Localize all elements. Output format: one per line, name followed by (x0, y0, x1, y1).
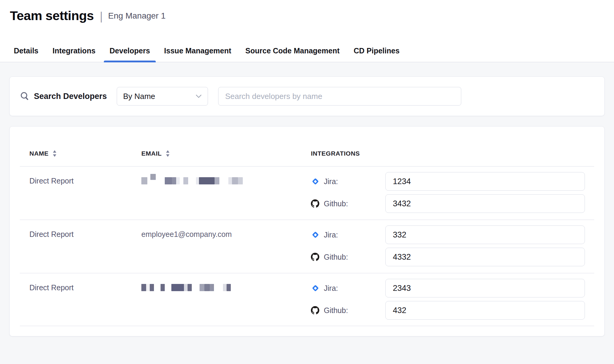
search-input[interactable] (218, 87, 461, 106)
github-id-input[interactable] (385, 248, 585, 266)
page-title: Team settings (10, 8, 94, 23)
jira-id-input[interactable] (385, 172, 585, 191)
developer-name: Direct Report (20, 273, 141, 326)
jira-icon (311, 177, 320, 186)
github-integration-line: Github: (311, 194, 594, 213)
github-label: Github: (324, 199, 385, 208)
jira-label: Jira: (324, 231, 385, 239)
github-label: Github: (324, 306, 385, 315)
title-row: Team settings | Eng Manager 1 (10, 8, 166, 23)
developers-table-card: NAME EMAIL (9, 126, 605, 336)
team-settings-page: Team settings | Eng Manager 1 Details In… (0, 0, 614, 364)
redacted-email-blocks (141, 176, 311, 185)
search-developers-card: Search Developers By Name (9, 76, 605, 116)
jira-integration-line: Jira: (311, 279, 594, 297)
redacted-email-blocks (141, 283, 311, 292)
jira-integration-line: Jira: (311, 225, 594, 244)
jira-integration-line: Jira: (311, 172, 594, 191)
developer-name: Direct Report (20, 220, 141, 273)
search-developers-label: Search Developers (34, 92, 107, 101)
developer-email-redacted (141, 273, 311, 326)
title-separator: | (100, 10, 103, 23)
column-header-email-label: EMAIL (141, 150, 162, 157)
integrations-cell: Jira: Github: (311, 273, 594, 326)
search-filter-select[interactable]: By Name (117, 87, 208, 106)
tab-source-code-management[interactable]: Source Code Management (245, 46, 340, 62)
column-header-name[interactable]: NAME (20, 150, 141, 166)
github-icon (311, 306, 320, 315)
jira-id-input[interactable] (385, 279, 585, 297)
github-id-input[interactable] (385, 301, 585, 320)
sort-icon (166, 150, 170, 157)
developer-name: Direct Report (20, 167, 141, 219)
jira-icon (311, 230, 320, 239)
jira-icon (311, 284, 320, 293)
column-header-integrations-label: INTEGRATIONS (311, 150, 360, 157)
github-icon (311, 252, 320, 261)
jira-label: Jira: (324, 177, 385, 186)
column-header-integrations: INTEGRATIONS (311, 150, 594, 166)
jira-id-input[interactable] (385, 225, 585, 244)
search-filter-selected-value: By Name (123, 92, 196, 101)
tab-integrations[interactable]: Integrations (53, 46, 95, 62)
integrations-cell: Jira: Github: (311, 167, 594, 219)
github-id-input[interactable] (385, 194, 585, 213)
chevron-down-icon (196, 94, 202, 98)
sort-icon (53, 150, 57, 157)
tab-issue-management[interactable]: Issue Management (164, 46, 231, 62)
developer-email: employee1@company.com (141, 220, 311, 273)
github-integration-line: Github: (311, 301, 594, 320)
table-row: Direct Report employee1@company.com Jira… (20, 219, 594, 273)
developers-table: NAME EMAIL (20, 127, 594, 326)
github-icon (311, 199, 320, 208)
tab-bar: Details Integrations Developers Issue Ma… (14, 46, 399, 62)
jira-label: Jira: (324, 284, 385, 293)
column-header-email[interactable]: EMAIL (141, 150, 311, 166)
developer-email-redacted (141, 167, 311, 219)
table-header-row: NAME EMAIL (20, 127, 594, 166)
search-icon (20, 91, 29, 101)
github-integration-line: Github: (311, 248, 594, 266)
tab-developers[interactable]: Developers (110, 46, 150, 62)
top-bar: Team settings | Eng Manager 1 Details In… (0, 0, 614, 62)
tab-details[interactable]: Details (14, 46, 38, 62)
tab-cd-pipelines[interactable]: CD Pipelines (354, 46, 400, 62)
integrations-cell: Jira: Github: (311, 220, 594, 273)
table-row: Direct Report Jira: (20, 273, 594, 326)
column-header-name-label: NAME (29, 150, 49, 157)
github-label: Github: (324, 253, 385, 261)
page-subtitle: Eng Manager 1 (108, 11, 165, 21)
table-row: Direct Report Jira: (20, 166, 594, 219)
